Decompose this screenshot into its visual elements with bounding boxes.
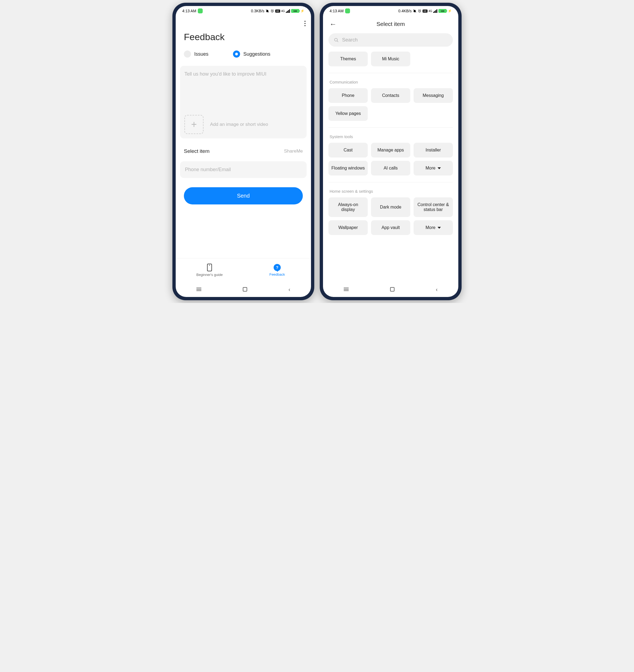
chip-wallpaper[interactable]: Wallpaper bbox=[328, 220, 368, 235]
chip-installer[interactable]: Installer bbox=[414, 143, 453, 158]
status-net: 0.3KB/s bbox=[251, 9, 264, 13]
phone-right: 4:13 AM 0.4KB/s HD 4G 100 ⚡ ← Select ite… bbox=[320, 3, 462, 300]
svg-line-5 bbox=[337, 41, 338, 42]
status-bar: 4:13 AM 0.3KB/s HD 4G 100 ⚡ bbox=[176, 6, 311, 16]
alarm-icon bbox=[418, 9, 421, 13]
section-home-screen: Home screen & settings bbox=[328, 184, 453, 198]
select-item-value: ShareMe bbox=[284, 148, 303, 154]
home-button[interactable] bbox=[390, 287, 394, 292]
plus-icon: + bbox=[191, 119, 197, 130]
chip-phone[interactable]: Phone bbox=[328, 88, 368, 103]
contact-placeholder: Phone number/Email bbox=[185, 167, 302, 172]
tab-beginners-guide[interactable]: Beginner's guide bbox=[176, 258, 243, 282]
attach-label: Add an image or short video bbox=[210, 122, 268, 127]
add-attachment-button[interactable]: + bbox=[185, 115, 203, 134]
textarea-placeholder: Tell us how you'd like to improve MIUI bbox=[185, 71, 302, 112]
screen-right: 4:13 AM 0.4KB/s HD 4G 100 ⚡ ← Select ite… bbox=[323, 6, 458, 297]
select-item-row[interactable]: Select item ShareMe bbox=[176, 138, 311, 160]
page-title: Feedback bbox=[176, 28, 311, 50]
radio-suggestions[interactable]: Suggestions bbox=[233, 50, 270, 57]
chip-ai-calls[interactable]: AI calls bbox=[371, 161, 410, 176]
radio-issues[interactable]: Issues bbox=[184, 50, 209, 57]
section-system-tools: System tools bbox=[328, 130, 453, 143]
phone-icon bbox=[207, 264, 212, 271]
chip-cast[interactable]: Cast bbox=[328, 143, 368, 158]
chip-mi-music[interactable]: Mi Music bbox=[371, 52, 410, 66]
app-badge-icon bbox=[345, 8, 350, 14]
radio-suggestions-label: Suggestions bbox=[243, 51, 270, 57]
chip-control-center[interactable]: Control center & status bar bbox=[414, 198, 453, 217]
divider bbox=[328, 73, 453, 73]
feedback-icon: ? bbox=[274, 264, 281, 271]
chip-manage-apps[interactable]: Manage apps bbox=[371, 143, 410, 158]
battery-icon: 100 bbox=[291, 9, 299, 13]
radio-issues-label: Issues bbox=[194, 51, 209, 57]
status-time: 4:13 AM bbox=[182, 9, 196, 13]
battery-icon: 100 bbox=[438, 9, 446, 13]
back-button[interactable]: ‹ bbox=[436, 286, 438, 293]
send-button-label: Send bbox=[237, 193, 250, 199]
send-button[interactable]: Send bbox=[184, 187, 303, 204]
chip-contacts[interactable]: Contacts bbox=[371, 88, 410, 103]
tab-label: Feedback bbox=[269, 272, 285, 277]
tab-label: Beginner's guide bbox=[196, 273, 223, 277]
screen-left: 4:13 AM 0.3KB/s HD 4G 100 ⚡ Feedback bbox=[176, 6, 311, 297]
chip-always-on-display[interactable]: Always-on display bbox=[328, 198, 368, 217]
dnd-icon bbox=[413, 9, 417, 13]
chip-floating-windows[interactable]: Floating windows bbox=[328, 161, 368, 176]
status-time: 4:13 AM bbox=[330, 9, 343, 13]
back-button[interactable]: ‹ bbox=[288, 286, 290, 293]
select-item-label: Select item bbox=[184, 148, 210, 154]
signal-icon bbox=[286, 9, 290, 13]
feedback-textarea[interactable]: Tell us how you'd like to improve MIUI +… bbox=[180, 66, 307, 138]
status-bar: 4:13 AM 0.4KB/s HD 4G 100 ⚡ bbox=[323, 6, 458, 16]
home-button[interactable] bbox=[243, 287, 247, 292]
app-badge-icon bbox=[198, 8, 203, 14]
signal-icon bbox=[433, 9, 437, 13]
chevron-down-icon bbox=[438, 167, 441, 169]
recents-button[interactable] bbox=[196, 288, 201, 291]
hd-icon: HD bbox=[275, 9, 280, 13]
network-4g: 4G bbox=[281, 9, 285, 13]
chip-system-more[interactable]: More bbox=[414, 161, 453, 176]
phone-left: 4:13 AM 0.3KB/s HD 4G 100 ⚡ Feedback bbox=[172, 3, 314, 300]
tab-feedback[interactable]: ? Feedback bbox=[243, 258, 311, 282]
charging-icon: ⚡ bbox=[448, 9, 452, 13]
svg-point-4 bbox=[335, 38, 338, 41]
chip-yellow-pages[interactable]: Yellow pages bbox=[328, 106, 368, 121]
bottom-tabs: Beginner's guide ? Feedback bbox=[176, 258, 311, 282]
system-nav: ‹ bbox=[323, 282, 458, 297]
radio-icon bbox=[233, 50, 240, 57]
alarm-icon bbox=[270, 9, 274, 13]
search-input[interactable]: Search bbox=[328, 33, 453, 47]
recents-button[interactable] bbox=[344, 288, 349, 291]
search-placeholder: Search bbox=[342, 37, 358, 43]
chip-themes[interactable]: Themes bbox=[328, 52, 368, 66]
section-communication: Communication bbox=[328, 75, 453, 88]
contact-input[interactable]: Phone number/Email bbox=[180, 161, 307, 178]
chip-messaging[interactable]: Messaging bbox=[414, 88, 453, 103]
hd-icon: HD bbox=[422, 9, 428, 13]
back-arrow-icon[interactable]: ← bbox=[330, 20, 337, 28]
system-nav: ‹ bbox=[176, 282, 311, 297]
chip-app-vault[interactable]: App vault bbox=[371, 220, 410, 235]
radio-icon bbox=[184, 50, 191, 57]
network-4g: 4G bbox=[429, 9, 432, 13]
divider bbox=[328, 182, 453, 182]
divider bbox=[328, 128, 453, 128]
chip-dark-mode[interactable]: Dark mode bbox=[371, 198, 410, 217]
charging-icon: ⚡ bbox=[300, 9, 304, 13]
chip-home-more[interactable]: More bbox=[414, 220, 453, 235]
status-net: 0.4KB/s bbox=[398, 9, 412, 13]
page-title: Select item bbox=[330, 21, 452, 27]
chevron-down-icon bbox=[438, 227, 441, 229]
dnd-icon bbox=[265, 9, 269, 13]
overflow-menu-icon[interactable] bbox=[304, 21, 306, 26]
search-icon bbox=[334, 38, 339, 43]
